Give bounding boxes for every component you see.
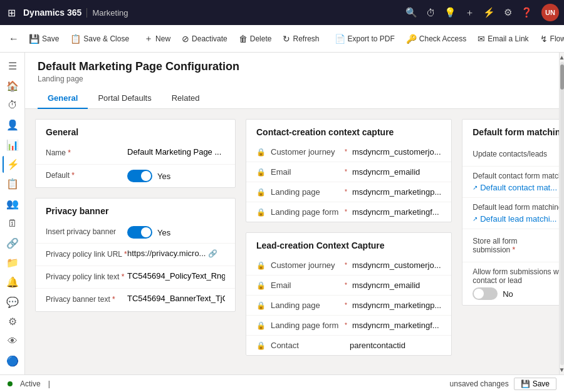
app-grid-icon[interactable]: ⊞ bbox=[5, 4, 18, 21]
tab-portal-defaults[interactable]: Portal Defaults bbox=[88, 88, 161, 109]
back-button[interactable]: ← bbox=[5, 31, 23, 47]
allow-form-row: Allow form submissions without updating … bbox=[462, 262, 559, 305]
insert-privacy-value: Yes bbox=[127, 225, 225, 239]
policy-link-text-value bbox=[127, 270, 225, 281]
export-pdf-icon: 📄 bbox=[335, 34, 345, 44]
sidebar-item-circle[interactable]: 🔵 bbox=[3, 353, 23, 369]
privacy-toggle-container: Yes bbox=[127, 226, 225, 239]
contact-landing-value: msdyncrm_marketingp... bbox=[352, 187, 441, 197]
delete-button[interactable]: 🗑 Delete bbox=[234, 31, 277, 46]
save-button[interactable]: 💾 Save bbox=[24, 31, 64, 46]
lead-landing-label: Landing page bbox=[271, 301, 340, 310]
sidebar-item-notifications[interactable]: 🔔 bbox=[3, 274, 23, 291]
privacy-toggle[interactable] bbox=[127, 226, 152, 239]
default-lead-form-value: ↗ Default lead matchi... bbox=[473, 214, 559, 224]
contact-form-value: msdyncrm_marketingf... bbox=[352, 207, 441, 217]
status-save-button[interactable]: 💾 Save bbox=[514, 378, 556, 390]
default-row: Default * Yes bbox=[36, 165, 235, 187]
name-input[interactable] bbox=[127, 147, 225, 157]
sidebar-item-recent[interactable]: ⏱ bbox=[3, 97, 23, 114]
sidebar-item-calendar[interactable]: 🗓 bbox=[3, 215, 23, 232]
contact-email-required: * bbox=[345, 168, 347, 175]
update-contacts-inline: Update contacts/leads Only contacts bbox=[473, 147, 559, 161]
sidebar-item-lists[interactable]: 📋 bbox=[3, 175, 23, 192]
sidebar-item-contacts[interactable]: 👤 bbox=[3, 116, 23, 133]
default-value: Yes bbox=[127, 168, 225, 182]
default-required: * bbox=[71, 171, 75, 180]
lead-email-value: msdyncrm_emailid bbox=[352, 281, 441, 290]
external-link-icon[interactable]: 🔗 bbox=[208, 249, 217, 258]
settings-alt-icon[interactable]: ⏱ bbox=[426, 8, 436, 18]
page-subtitle: Landing page bbox=[38, 75, 546, 83]
allow-form-toggle-label: No bbox=[503, 289, 513, 299]
status-bar: Active | unsaved changes 💾 Save bbox=[0, 374, 564, 392]
general-card: General Name * Default * bbox=[35, 119, 236, 188]
contact-journey-label: Customer journey bbox=[271, 147, 340, 157]
lead-landing-required: * bbox=[345, 302, 347, 309]
tab-bar: General Portal Defaults Related bbox=[38, 88, 546, 108]
sidebar-item-settings[interactable]: ⚙ bbox=[3, 313, 23, 330]
sidebar-item-view[interactable]: 👁 bbox=[3, 333, 23, 349]
scrollbar-down[interactable]: ▼ bbox=[559, 366, 564, 373]
default-contact-form-link[interactable]: ↗ Default contact mat... bbox=[473, 183, 559, 192]
sidebar-item-home[interactable]: 🏠 bbox=[3, 77, 23, 94]
contact-form-required: * bbox=[345, 209, 347, 215]
scrollbar-thumb[interactable] bbox=[560, 64, 564, 90]
policy-link-text-row: Privacy policy link text * bbox=[36, 266, 235, 289]
email-link-button[interactable]: ✉ Email a Link bbox=[473, 31, 533, 46]
sidebar-item-dashboards[interactable]: 📊 bbox=[3, 137, 23, 153]
command-bar: ← 💾 Save 📋 Save & Close ＋ New ⊘ Deactiva… bbox=[0, 25, 564, 53]
policy-url-row: Privacy policy link URL * https://privac… bbox=[36, 244, 235, 266]
scrollbar-up[interactable]: ▲ bbox=[559, 54, 564, 61]
store-form-label: Store all form submission * bbox=[473, 234, 554, 254]
save-close-button[interactable]: 📋 Save & Close bbox=[65, 31, 134, 46]
policy-link-text-label: Privacy policy link text * bbox=[46, 270, 127, 281]
sidebar-item-chat[interactable]: 💬 bbox=[3, 294, 23, 311]
sidebar-item-menu[interactable]: ☰ bbox=[3, 58, 23, 75]
flow-button[interactable]: ↯ Flow ▼ bbox=[535, 31, 564, 46]
deactivate-button[interactable]: ⊘ Deactivate bbox=[177, 31, 232, 46]
policy-url-value: https://privacy.micro... 🔗 bbox=[127, 247, 225, 258]
lead-form-value: msdyncrm_marketingf... bbox=[352, 321, 441, 330]
banner-text-row: Privacy banner text * bbox=[36, 289, 235, 311]
privacy-banner-title: Privacy banner bbox=[36, 199, 235, 221]
gear-icon[interactable]: ⚙ bbox=[504, 7, 512, 18]
tab-related[interactable]: Related bbox=[162, 88, 210, 109]
unsaved-changes-label: unsaved changes bbox=[450, 379, 509, 388]
sidebar-item-links[interactable]: 🔗 bbox=[3, 234, 23, 251]
allow-form-label: Allow form submissions without updating … bbox=[473, 267, 559, 285]
lock-icon-4: 🔒 bbox=[256, 208, 266, 217]
contact-email-value: msdyncrm_emailid bbox=[352, 167, 441, 177]
refresh-icon: ↻ bbox=[283, 34, 290, 44]
allow-form-toggle[interactable] bbox=[473, 287, 498, 300]
export-pdf-button[interactable]: 📄 Export to PDF bbox=[330, 31, 400, 46]
policy-link-text-required: * bbox=[122, 272, 125, 281]
banner-text-required: * bbox=[112, 295, 115, 304]
lead-journey-required: * bbox=[345, 262, 347, 269]
question-icon[interactable]: ❓ bbox=[521, 7, 533, 18]
new-button[interactable]: ＋ New bbox=[139, 31, 175, 47]
lock-icon-3: 🔒 bbox=[256, 188, 266, 197]
default-lead-form-link[interactable]: ↗ Default lead matchi... bbox=[473, 214, 559, 224]
default-toggle[interactable] bbox=[127, 170, 152, 182]
search-icon[interactable]: 🔍 bbox=[405, 7, 417, 18]
right-scrollbar: ▲ ▼ bbox=[559, 53, 564, 374]
help-icon[interactable]: 💡 bbox=[444, 7, 456, 18]
add-icon[interactable]: ＋ bbox=[465, 7, 474, 19]
default-label: Default * bbox=[46, 168, 127, 180]
sidebar-item-groups[interactable]: 👥 bbox=[3, 195, 23, 212]
tab-general[interactable]: General bbox=[38, 88, 88, 109]
sidebar-item-active[interactable]: ⚡ bbox=[3, 156, 23, 173]
check-access-button[interactable]: 🔑 Check Access bbox=[401, 31, 471, 46]
contact-creation-title: Contact-creation context capture bbox=[246, 120, 451, 142]
filter-icon[interactable]: ⚡ bbox=[483, 7, 495, 18]
app-module: Marketing bbox=[86, 8, 128, 18]
policy-link-text-input[interactable] bbox=[127, 271, 225, 281]
name-row: Name * bbox=[36, 142, 235, 165]
banner-text-input[interactable] bbox=[127, 294, 225, 303]
sidebar-item-files[interactable]: 📁 bbox=[3, 254, 23, 271]
avatar[interactable]: UN bbox=[541, 4, 559, 21]
contact-landing-required: * bbox=[345, 188, 347, 195]
contact-creation-card: Contact-creation context capture 🔒 Custo… bbox=[246, 119, 452, 222]
refresh-button[interactable]: ↻ Refresh bbox=[278, 31, 324, 46]
